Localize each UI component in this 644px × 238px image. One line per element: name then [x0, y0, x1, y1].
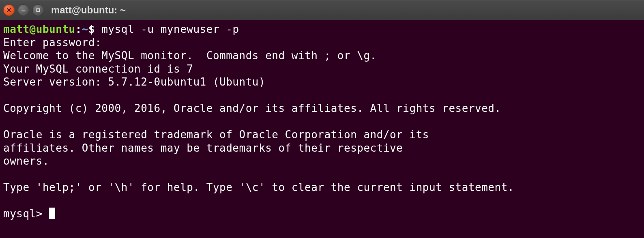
- output-line: owners.: [3, 155, 49, 167]
- output-line: affiliates. Other names may be trademark…: [3, 142, 403, 154]
- mysql-prompt: mysql>: [3, 208, 49, 220]
- output-line: Enter password:: [3, 36, 108, 49]
- maximize-button[interactable]: [32, 4, 44, 16]
- minimize-icon: [21, 8, 26, 13]
- output-line: Type 'help;' or '\h' for help. Type '\c'…: [3, 181, 514, 193]
- window-title: matt@ubuntu: ~: [51, 4, 126, 16]
- prompt-colon: :: [75, 23, 82, 35]
- output-line: Oracle is a registered trademark of Orac…: [3, 129, 429, 141]
- command-text: mysql -u mynewuser -p: [101, 23, 239, 35]
- output-line: Copyright (c) 2000, 2016, Oracle and/or …: [3, 102, 501, 114]
- prompt-dollar: $: [88, 23, 101, 35]
- window-titlebar: matt@ubuntu: ~: [0, 0, 644, 20]
- cursor-icon: [49, 208, 55, 219]
- close-icon: [6, 8, 11, 13]
- close-button[interactable]: [3, 4, 15, 16]
- window-controls: [3, 4, 44, 16]
- prompt-user-host: matt@ubuntu: [3, 23, 75, 35]
- prompt-path: ~: [82, 23, 88, 35]
- terminal-area[interactable]: matt@ubuntu:~$ mysql -u mynewuser -p Ent…: [0, 20, 644, 224]
- maximize-icon: [36, 8, 41, 13]
- output-line: Welcome to the MySQL monitor. Commands e…: [3, 49, 377, 62]
- minimize-button[interactable]: [18, 4, 29, 16]
- output-line: Your MySQL connection id is 7: [3, 63, 193, 75]
- output-line: Server version: 5.7.12-0ubuntu1 (Ubuntu): [3, 76, 265, 88]
- svg-rect-3: [37, 9, 40, 12]
